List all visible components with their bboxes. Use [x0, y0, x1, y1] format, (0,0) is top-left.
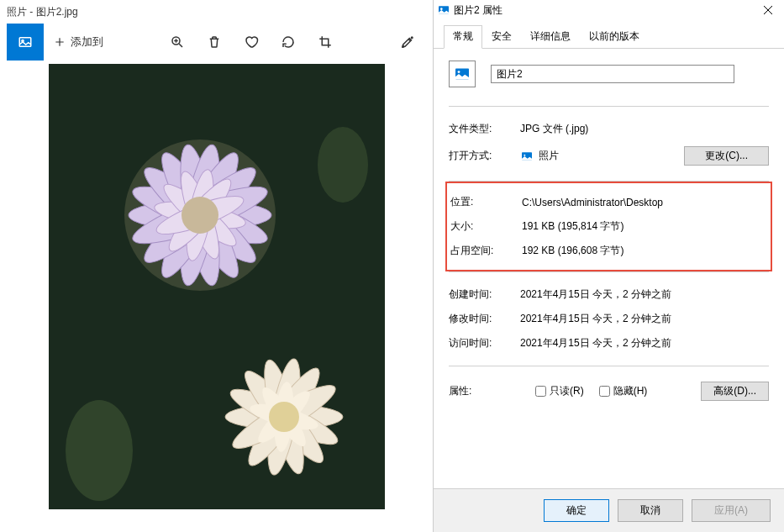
trash-icon	[207, 34, 222, 50]
change-button[interactable]: 更改(C)...	[684, 146, 769, 166]
crop-button[interactable]	[307, 24, 344, 61]
tab-details[interactable]: 详细信息	[521, 25, 580, 48]
location-value: C:\Users\Administrator\Desktop	[522, 197, 767, 208]
svg-point-36	[318, 127, 368, 203]
file-header	[449, 61, 769, 87]
rotate-button[interactable]	[270, 24, 307, 61]
svg-point-3	[412, 37, 413, 39]
svg-point-38	[440, 8, 443, 10]
tab-general[interactable]: 常规	[444, 25, 482, 49]
diskspace-value: 192 KB (196,608 字节)	[522, 244, 767, 258]
created-value: 2021年4月15日 今天，2 分钟之前	[520, 287, 769, 302]
file-icon	[449, 61, 476, 87]
accessed-value: 2021年4月15日 今天，2 分钟之前	[520, 336, 769, 350]
tab-previous-versions[interactable]: 以前的版本	[580, 25, 649, 48]
edit-icon	[400, 34, 415, 50]
tab-content-general: 文件类型: JPG 文件 (.jpg) 打开方式: 照片 更改(C)... 位置…	[434, 49, 784, 488]
image-file-icon	[454, 67, 471, 81]
attrs-label: 属性:	[449, 384, 520, 398]
ok-button[interactable]: 确定	[544, 499, 609, 522]
tab-security[interactable]: 安全	[482, 25, 521, 48]
close-button[interactable]	[755, 2, 781, 18]
plus-icon	[54, 36, 66, 48]
location-label: 位置:	[450, 195, 522, 209]
hidden-checkbox-wrap[interactable]: 隐藏(H)	[599, 384, 648, 398]
readonly-label: 只读(R)	[550, 384, 584, 398]
filetype-label: 文件类型:	[449, 122, 520, 136]
diskspace-label: 占用空间:	[450, 244, 522, 258]
created-label: 创建时间:	[449, 287, 520, 302]
crop-icon	[318, 34, 333, 50]
modified-value: 2021年4月15日 今天，2 分钟之前	[520, 312, 769, 326]
highlighted-section: 位置: C:\Users\Administrator\Desktop 大小: 1…	[445, 182, 772, 271]
photo-image[interactable]	[49, 64, 385, 509]
filename-input[interactable]	[491, 65, 734, 83]
svg-point-35	[66, 400, 133, 501]
zoom-icon	[170, 34, 185, 50]
photos-titlebar: 照片 - 图片2.jpg	[0, 0, 433, 24]
favorite-button[interactable]	[233, 24, 270, 61]
add-to-button[interactable]: 添加到	[44, 24, 113, 61]
svg-point-22	[182, 197, 218, 234]
modified-label: 修改时间:	[449, 312, 520, 326]
svg-point-42	[524, 154, 525, 155]
svg-rect-0	[19, 38, 31, 47]
properties-dialog: 图片2 属性 常规 安全 详细信息 以前的版本 文件类型: JPG 文件 (.j…	[433, 0, 784, 532]
hidden-label: 隐藏(H)	[613, 384, 648, 398]
openwith-label: 打开方式:	[449, 149, 520, 163]
dialog-tabs: 常规 安全 详细信息 以前的版本	[434, 20, 784, 49]
openwith-app-icon	[520, 150, 534, 163]
dialog-titlebar: 图片2 属性	[434, 0, 784, 20]
advanced-button[interactable]: 高级(D)...	[701, 382, 769, 401]
zoom-button[interactable]	[159, 24, 196, 61]
size-value: 191 KB (195,814 字节)	[522, 219, 767, 234]
dialog-file-icon	[437, 3, 450, 17]
openwith-value: 照片	[539, 149, 559, 163]
collection-button[interactable]	[7, 24, 44, 61]
size-label: 大小:	[450, 219, 522, 234]
close-icon	[764, 6, 772, 14]
flower-photo-placeholder	[49, 64, 385, 509]
dialog-title: 图片2 属性	[454, 3, 755, 18]
photos-toolbar: 添加到	[0, 24, 433, 61]
add-to-label: 添加到	[71, 34, 103, 50]
heart-icon	[244, 34, 259, 50]
filetype-value: JPG 文件 (.jpg)	[520, 122, 769, 136]
apply-button[interactable]: 应用(A)	[692, 499, 771, 522]
accessed-label: 访问时间:	[449, 336, 520, 350]
rotate-icon	[281, 34, 296, 50]
photo-viewer	[0, 61, 433, 532]
cancel-button[interactable]: 取消	[618, 499, 683, 522]
readonly-checkbox[interactable]	[535, 386, 546, 397]
svg-point-4	[403, 46, 404, 48]
readonly-checkbox-wrap[interactable]: 只读(R)	[535, 384, 584, 398]
photos-app-window: 照片 - 图片2.jpg 添加到	[0, 0, 433, 532]
delete-button[interactable]	[196, 24, 233, 61]
photos-title-text: 照片 - 图片2.jpg	[7, 5, 78, 19]
svg-point-40	[458, 71, 460, 73]
edit-button[interactable]	[389, 24, 426, 61]
svg-point-34	[269, 402, 299, 432]
dialog-footer: 确定 取消 应用(A)	[434, 488, 784, 532]
hidden-checkbox[interactable]	[599, 386, 610, 397]
image-icon	[18, 34, 33, 50]
